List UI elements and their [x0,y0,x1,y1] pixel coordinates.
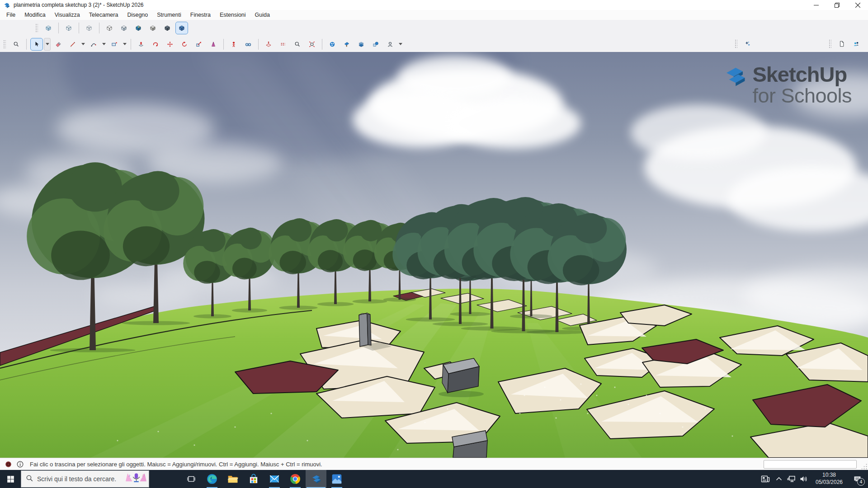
taskbar-app-task-view[interactable] [181,470,202,488]
toolbar-separator [26,39,27,50]
style-monochrome-button[interactable] [146,22,159,34]
model-viewport[interactable]: SketchUp for Schools [0,52,868,458]
restore-button[interactable] [826,0,847,10]
menu-estensioni[interactable]: Estensioni [215,10,250,20]
tape-measure-tool-button[interactable] [207,38,220,51]
sketchup-logo-icon [722,64,747,88]
taskbar-app-photos[interactable] [326,470,347,488]
taskbar: ♪♫ 10:38 05/03/2026 4 [0,470,868,488]
menu-bar: FileModificaVisualizzaTelecameraDisegnoS… [0,10,868,20]
ai-assistant-button[interactable] [741,38,754,50]
taskbar-search[interactable]: ♪♫ [21,470,149,488]
materials-tool-button[interactable] [340,38,353,51]
watermark-sub: for Schools [752,85,852,107]
scale-tool-button[interactable] [193,38,205,51]
menu-file[interactable]: File [2,10,20,20]
toolbar-separator [258,39,259,50]
section-plane-tool-button[interactable] [262,38,275,51]
menu-disegno[interactable]: Disegno [123,10,152,20]
menu-strumenti[interactable]: Strumenti [152,10,186,20]
search-icon [26,474,33,484]
zoom-extents-tool-button[interactable] [306,38,318,51]
follow-me-tool-button[interactable] [149,38,162,51]
account-tool-button[interactable] [384,38,396,51]
toolbar-drag-handle[interactable] [735,39,737,48]
status-hint: Fai clic o trascina per selezionare gli … [30,461,322,468]
taskbar-app-chrome[interactable] [285,470,306,488]
title-bar: planimetria completa sketchup 3 (2)* - S… [0,0,868,10]
select-tool-button[interactable] [30,38,43,51]
components-tool-button[interactable] [369,38,382,51]
scene-canvas[interactable] [0,52,868,458]
geolocation-status-icon[interactable] [5,461,12,468]
window-controls [806,0,868,10]
menu-guida[interactable]: Guida [250,10,274,20]
notification-badge: 4 [857,478,865,486]
zoom-tool-button[interactable] [291,38,304,51]
volume-icon[interactable] [797,470,810,488]
sketchup-app-icon [3,2,10,9]
style-dark-button[interactable] [161,22,174,34]
select-dropdown-arrow[interactable] [44,38,51,51]
taskbar-app-file-explorer[interactable] [222,470,243,488]
toolbar-drag-handle[interactable] [3,40,6,49]
position-camera-tool-button[interactable] [227,38,240,51]
taskbar-clock[interactable]: 10:38 05/03/2026 [811,472,847,486]
menu-visualizza[interactable]: Visualizza [50,10,85,20]
eraser-tool-button[interactable] [52,38,65,51]
push-pull-tool-button[interactable] [135,38,147,51]
watermark: SketchUp for Schools [722,64,852,107]
style-hidden-line-button[interactable] [103,22,116,34]
minimize-button[interactable] [806,0,826,10]
resize-grip[interactable] [861,463,867,469]
toolbar-separator [58,23,59,33]
line-tool-button[interactable] [66,38,79,51]
account-dropdown-arrow[interactable] [397,38,403,51]
styles-panel-tool-button[interactable] [326,38,339,51]
shapes-tool-button[interactable] [108,38,121,51]
rotate-tool-button[interactable] [178,38,191,51]
tray-chevron-up-icon[interactable] [773,470,785,488]
style-xray-button[interactable] [42,22,55,34]
notification-center-icon[interactable]: 4 [848,470,866,488]
new-document-button[interactable] [835,38,848,50]
style-back-edges-button[interactable] [62,22,75,34]
search-tool-button[interactable] [10,38,23,51]
watermark-brand: SketchUp [752,64,852,85]
style-blue-button[interactable] [175,22,188,34]
search-input[interactable] [36,475,123,483]
arcs-tool-button[interactable] [87,38,100,51]
style-shaded-button[interactable] [118,22,130,34]
style-wireframe-button[interactable] [83,22,95,34]
style-shaded-textures-button[interactable] [132,22,145,34]
menu-modifica[interactable]: Modifica [20,10,50,20]
toolbar-separator [79,23,79,33]
toolbar-drag-handle[interactable] [829,39,831,48]
menu-telecamera[interactable]: Telecamera [85,10,123,20]
taskbar-app-sketchup[interactable] [306,470,326,488]
taskbar-app-edge[interactable] [202,470,222,488]
line-dropdown-arrow[interactable] [80,38,86,51]
arcs-dropdown-arrow[interactable] [101,38,107,51]
tags-tool-button[interactable] [355,38,368,51]
start-button[interactable] [0,470,21,488]
toolbar-drag-handle[interactable] [35,23,38,33]
section-display-tool-button[interactable] [277,38,289,51]
search-highlight-mic-graphic[interactable]: ♪♫ [126,472,146,486]
close-button[interactable] [847,0,868,10]
window-title: planimetria completa sketchup 3 (2)* - S… [14,2,143,8]
3d-scene[interactable] [0,52,868,458]
info-icon[interactable] [16,461,24,468]
menu-finestra[interactable]: Finestra [186,10,215,20]
system-tray: 10:38 05/03/2026 4 [758,470,868,488]
shapes-dropdown-arrow[interactable] [122,38,127,51]
move-tool-button[interactable] [164,38,176,51]
taskbar-app-mail[interactable] [264,470,285,488]
network-icon[interactable] [785,470,797,488]
look-around-tool-button[interactable] [242,38,255,51]
collaborators-button[interactable] [850,38,863,50]
taskbar-app-store[interactable] [243,470,264,488]
tools-toolbar [0,36,868,52]
measurements-input[interactable] [764,460,857,469]
news-widget-icon[interactable] [758,470,773,488]
